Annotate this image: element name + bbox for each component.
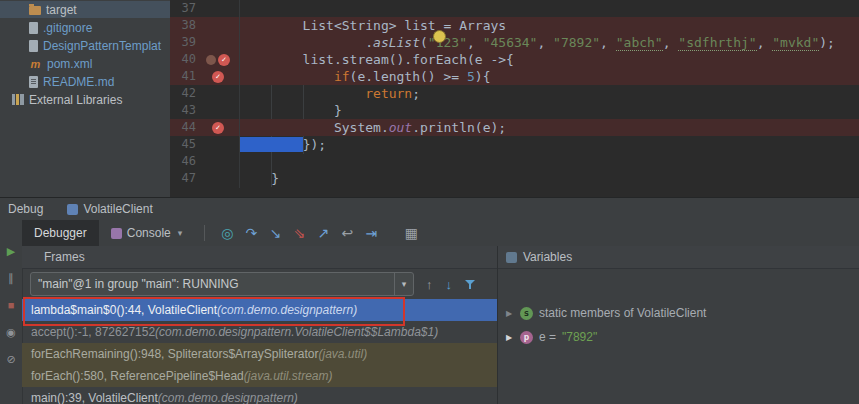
- variable-row[interactable]: ▶pe = "7892": [498, 325, 859, 349]
- session-tab-volatileclient[interactable]: VolatileClient: [67, 202, 152, 216]
- code-text[interactable]: List<String> list = Arrays: [240, 17, 859, 34]
- frame-location: (com.demo.designpattern): [217, 303, 357, 317]
- tree-item-external-libraries[interactable]: External Libraries: [0, 91, 170, 108]
- ide-window: target.gitignoreDesignPatternTemplatmpom…: [0, 0, 859, 404]
- tree-item-designpatterntemplat[interactable]: DesignPatternTemplat: [0, 37, 170, 54]
- variable-value: "7892": [562, 330, 597, 344]
- variables-header: Variables: [498, 246, 859, 269]
- gutter[interactable]: [196, 34, 240, 51]
- drop-frame-icon[interactable]: ↩: [335, 223, 359, 243]
- code-text[interactable]: .asList("123", "45634", "7892", "abch", …: [240, 34, 859, 51]
- console-window-icon: [67, 204, 78, 215]
- variable-row[interactable]: ▶sstatic members of VolatileClient: [498, 301, 859, 325]
- code-text[interactable]: }: [240, 170, 859, 187]
- gutter[interactable]: [196, 0, 240, 17]
- tree-item-label: DesignPatternTemplat: [43, 39, 161, 53]
- maven-icon: m: [29, 58, 42, 70]
- debug-window-title: Debug: [8, 202, 43, 216]
- code-text[interactable]: if(e.length() >= 5){: [240, 68, 859, 85]
- gutter[interactable]: ✓: [196, 68, 240, 85]
- gutter[interactable]: [196, 170, 240, 187]
- gutter[interactable]: [196, 153, 240, 170]
- code-text[interactable]: System.out.println(e);: [240, 119, 859, 136]
- toolbar-separator: [204, 225, 205, 241]
- code-segment: }: [240, 103, 342, 118]
- breakpoint-icon[interactable]: ✓: [212, 122, 224, 134]
- thread-dropdown[interactable]: "main"@1 in group "main": RUNNING ▾: [30, 272, 414, 296]
- gutter[interactable]: ✓: [196, 51, 240, 68]
- gutter[interactable]: [196, 17, 240, 34]
- tab-console-label: Console: [127, 226, 171, 240]
- editor-lines: 3738 List<String> list = Arrays39 .asLis…: [170, 0, 859, 187]
- tree-item-pom-xml[interactable]: mpom.xml: [0, 55, 170, 72]
- debug-left-strip: ▶∥■◉⊘: [0, 220, 23, 404]
- expand-chevron-icon[interactable]: ▶: [504, 309, 514, 318]
- editor[interactable]: 3738 List<String> list = Arrays39 .asLis…: [170, 0, 859, 197]
- mute-breakpoints-icon[interactable]: ⊘: [6, 352, 15, 366]
- line-number: 38: [170, 17, 196, 34]
- muted-breakpoint-icon[interactable]: [206, 55, 216, 65]
- tree-item-target[interactable]: target: [0, 1, 170, 18]
- view-breakpoints-icon[interactable]: ◉: [6, 325, 16, 339]
- show-execution-point-icon[interactable]: ◎: [215, 223, 239, 243]
- gutter[interactable]: [196, 102, 240, 119]
- gutter[interactable]: [196, 136, 240, 153]
- tree-item-label: .gitignore: [43, 21, 92, 35]
- frame-row[interactable]: lambda$main$0():44, VolatileClient (com.…: [22, 299, 497, 321]
- resume-icon[interactable]: ▶: [7, 244, 15, 258]
- force-step-into-icon[interactable]: ⇘: [287, 223, 311, 243]
- step-into-icon[interactable]: ↘: [263, 223, 287, 243]
- code-segment: [240, 86, 365, 101]
- tab-console[interactable]: Console ▾: [99, 220, 195, 246]
- variables-panel: Variables ▶sstatic members of VolatileCl…: [498, 246, 859, 404]
- run-to-cursor-icon[interactable]: ⇥: [359, 223, 383, 243]
- line-number: 45: [170, 136, 196, 153]
- filter-frames-icon[interactable]: [465, 279, 476, 290]
- debug-toolwindow: Debug VolatileClient ▶∥■◉⊘ Debugger Cons…: [0, 197, 859, 404]
- code-segment: out: [389, 120, 412, 135]
- frame-text: accept():-1, 872627152: [31, 325, 155, 339]
- tree-item--gitignore[interactable]: .gitignore: [0, 19, 170, 36]
- pause-icon[interactable]: ∥: [8, 271, 14, 285]
- frame-up-icon[interactable]: ↑: [426, 277, 433, 292]
- code-segment: "7892": [553, 35, 600, 50]
- line-number: 47: [170, 170, 196, 187]
- code-segment: asList: [373, 35, 420, 50]
- code-text[interactable]: list.stream().forEach(e ->{: [240, 51, 859, 68]
- code-segment: .: [240, 35, 373, 50]
- frames-header: Frames: [22, 246, 497, 269]
- frame-text: forEachRemaining():948, Spliterators$Arr…: [31, 347, 318, 361]
- gutter[interactable]: [196, 85, 240, 102]
- debug-toolbar: Debugger Console ▾ ◎↷↘⇘↗↩⇥▦: [22, 220, 859, 247]
- breakpoint-icon[interactable]: ✓: [218, 54, 230, 66]
- tab-debugger[interactable]: Debugger: [22, 220, 99, 246]
- frame-row[interactable]: main():39, VolatileClient (com.demo.desi…: [22, 387, 497, 404]
- frame-row[interactable]: forEach():580, ReferencePipeline$Head (j…: [22, 365, 497, 387]
- code-text[interactable]: [240, 153, 859, 170]
- tree-item-label: External Libraries: [29, 93, 122, 107]
- expand-chevron-icon[interactable]: ▶: [504, 333, 514, 342]
- gutter[interactable]: ✓: [196, 119, 240, 136]
- editor-line: 40✓ list.stream().forEach(e ->{: [170, 51, 859, 68]
- code-text[interactable]: });: [240, 136, 859, 153]
- step-out-icon[interactable]: ↗: [311, 223, 335, 243]
- variable-label: e =: [539, 330, 556, 344]
- tree-item-readme-md[interactable]: README.md: [0, 73, 170, 90]
- frames-toolbar-icons: ↑↓: [426, 277, 476, 292]
- step-over-icon[interactable]: ↷: [239, 223, 263, 243]
- code-text[interactable]: [240, 0, 859, 17]
- doc-icon: [29, 22, 38, 34]
- stop-icon[interactable]: ■: [8, 298, 15, 312]
- frame-row[interactable]: forEachRemaining():948, Spliterators$Arr…: [22, 343, 497, 365]
- code-text[interactable]: return;: [240, 85, 859, 102]
- code-segment: });: [303, 137, 326, 152]
- code-segment: ,: [467, 35, 483, 50]
- code-segment: "mvkd": [772, 35, 819, 51]
- code-text[interactable]: }: [240, 102, 859, 119]
- dropdown-arrow-icon[interactable]: ▾: [394, 273, 413, 295]
- tab-debugger-label: Debugger: [34, 226, 87, 240]
- frame-down-icon[interactable]: ↓: [446, 277, 453, 292]
- breakpoint-icon[interactable]: ✓: [212, 71, 224, 83]
- frame-row[interactable]: accept():-1, 872627152 (com.demo.designp…: [22, 321, 497, 343]
- layout-settings-icon[interactable]: ▦: [399, 223, 423, 243]
